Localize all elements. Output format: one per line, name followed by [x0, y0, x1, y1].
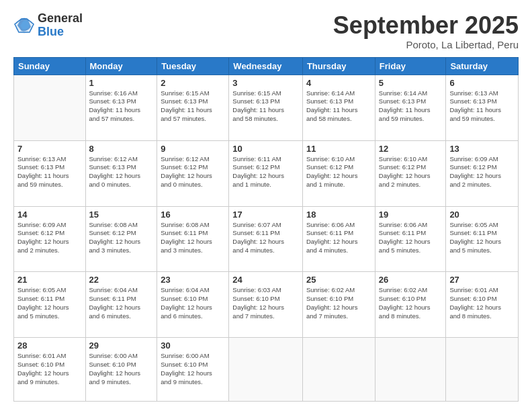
day-info: Sunrise: 6:08 AM Sunset: 6:12 PM Dayligh… — [89, 221, 154, 255]
day-info: Sunrise: 6:02 AM Sunset: 6:10 PM Dayligh… — [379, 286, 443, 320]
table-cell: 20Sunrise: 6:05 AM Sunset: 6:11 PM Dayli… — [446, 206, 519, 272]
table-cell: 3Sunrise: 6:15 AM Sunset: 6:13 PM Daylig… — [229, 75, 303, 140]
day-number: 11 — [306, 144, 371, 154]
table-cell: 13Sunrise: 6:09 AM Sunset: 6:12 PM Dayli… — [446, 140, 519, 206]
table-cell: 10Sunrise: 6:11 AM Sunset: 6:12 PM Dayli… — [229, 140, 303, 206]
day-number: 30 — [161, 340, 225, 351]
calendar: Sunday Monday Tuesday Wednesday Thursday… — [13, 57, 519, 402]
table-cell: 8Sunrise: 6:12 AM Sunset: 6:13 PM Daylig… — [85, 140, 157, 206]
day-info: Sunrise: 6:06 AM Sunset: 6:11 PM Dayligh… — [306, 221, 371, 255]
col-sunday: Sunday — [14, 57, 86, 75]
day-info: Sunrise: 6:02 AM Sunset: 6:10 PM Dayligh… — [306, 286, 371, 320]
day-number: 2 — [161, 78, 225, 88]
col-tuesday: Tuesday — [157, 57, 229, 75]
month-title: September 2025 — [333, 12, 519, 39]
col-saturday: Saturday — [446, 57, 519, 75]
logo-general-text: General — [38, 12, 83, 26]
logo-blue-text: Blue — [38, 26, 83, 39]
location: Poroto, La Libertad, Peru — [333, 39, 519, 50]
table-cell — [229, 338, 303, 402]
day-info: Sunrise: 6:14 AM Sunset: 6:13 PM Dayligh… — [306, 89, 371, 124]
day-number: 15 — [89, 210, 154, 220]
day-number: 9 — [161, 144, 225, 154]
day-info: Sunrise: 6:12 AM Sunset: 6:12 PM Dayligh… — [161, 155, 225, 189]
col-thursday: Thursday — [302, 57, 375, 75]
day-number: 14 — [17, 210, 82, 220]
day-info: Sunrise: 6:12 AM Sunset: 6:13 PM Dayligh… — [89, 155, 154, 189]
day-info: Sunrise: 6:16 AM Sunset: 6:13 PM Dayligh… — [89, 89, 154, 124]
table-cell: 2Sunrise: 6:15 AM Sunset: 6:13 PM Daylig… — [157, 75, 229, 140]
day-info: Sunrise: 6:07 AM Sunset: 6:11 PM Dayligh… — [232, 221, 299, 255]
day-number: 5 — [379, 78, 443, 88]
table-cell: 14Sunrise: 6:09 AM Sunset: 6:12 PM Dayli… — [14, 206, 86, 272]
table-cell: 16Sunrise: 6:08 AM Sunset: 6:11 PM Dayli… — [157, 206, 229, 272]
day-info: Sunrise: 6:09 AM Sunset: 6:12 PM Dayligh… — [17, 221, 82, 255]
page: General Blue September 2025 Poroto, La L… — [0, 0, 532, 411]
table-cell: 21Sunrise: 6:05 AM Sunset: 6:11 PM Dayli… — [14, 272, 86, 338]
day-number: 18 — [306, 210, 371, 220]
day-number: 20 — [449, 210, 515, 220]
table-cell: 15Sunrise: 6:08 AM Sunset: 6:12 PM Dayli… — [85, 206, 157, 272]
day-info: Sunrise: 6:11 AM Sunset: 6:12 PM Dayligh… — [232, 155, 299, 189]
day-info: Sunrise: 6:14 AM Sunset: 6:13 PM Dayligh… — [379, 89, 443, 124]
logo: General Blue — [13, 12, 83, 39]
col-friday: Friday — [375, 57, 446, 75]
day-info: Sunrise: 6:08 AM Sunset: 6:11 PM Dayligh… — [161, 221, 225, 255]
table-cell: 1Sunrise: 6:16 AM Sunset: 6:13 PM Daylig… — [85, 75, 157, 140]
day-number: 28 — [17, 340, 82, 351]
day-info: Sunrise: 6:15 AM Sunset: 6:13 PM Dayligh… — [232, 89, 299, 124]
day-number: 21 — [17, 275, 82, 285]
day-info: Sunrise: 6:13 AM Sunset: 6:13 PM Dayligh… — [17, 155, 82, 189]
table-cell — [302, 338, 375, 402]
col-monday: Monday — [85, 57, 157, 75]
table-cell: 29Sunrise: 6:00 AM Sunset: 6:10 PM Dayli… — [85, 338, 157, 402]
table-cell: 12Sunrise: 6:10 AM Sunset: 6:12 PM Dayli… — [375, 140, 446, 206]
day-info: Sunrise: 6:00 AM Sunset: 6:10 PM Dayligh… — [89, 352, 154, 386]
day-info: Sunrise: 6:03 AM Sunset: 6:10 PM Dayligh… — [232, 286, 299, 320]
day-info: Sunrise: 6:00 AM Sunset: 6:10 PM Dayligh… — [161, 352, 225, 386]
day-number: 1 — [89, 78, 154, 88]
table-cell: 11Sunrise: 6:10 AM Sunset: 6:12 PM Dayli… — [302, 140, 375, 206]
day-number: 8 — [89, 144, 154, 154]
day-number: 10 — [232, 144, 299, 154]
day-info: Sunrise: 6:05 AM Sunset: 6:11 PM Dayligh… — [17, 286, 82, 320]
day-number: 3 — [232, 78, 299, 88]
table-cell: 19Sunrise: 6:06 AM Sunset: 6:11 PM Dayli… — [375, 206, 446, 272]
day-info: Sunrise: 6:04 AM Sunset: 6:10 PM Dayligh… — [161, 286, 225, 320]
day-number: 6 — [449, 78, 515, 88]
table-cell: 26Sunrise: 6:02 AM Sunset: 6:10 PM Dayli… — [375, 272, 446, 338]
col-wednesday: Wednesday — [229, 57, 303, 75]
day-number: 27 — [449, 275, 515, 285]
day-info: Sunrise: 6:15 AM Sunset: 6:13 PM Dayligh… — [161, 89, 225, 124]
day-number: 4 — [306, 78, 371, 88]
day-info: Sunrise: 6:13 AM Sunset: 6:13 PM Dayligh… — [449, 89, 515, 124]
table-cell: 25Sunrise: 6:02 AM Sunset: 6:10 PM Dayli… — [302, 272, 375, 338]
day-number: 22 — [89, 275, 154, 285]
day-number: 16 — [161, 210, 225, 220]
day-info: Sunrise: 6:10 AM Sunset: 6:12 PM Dayligh… — [379, 155, 443, 189]
day-number: 29 — [89, 340, 154, 351]
day-info: Sunrise: 6:01 AM Sunset: 6:10 PM Dayligh… — [449, 286, 515, 320]
title-block: September 2025 Poroto, La Libertad, Peru — [333, 12, 519, 50]
table-cell: 28Sunrise: 6:01 AM Sunset: 6:10 PM Dayli… — [14, 338, 86, 402]
day-number: 13 — [449, 144, 515, 154]
calendar-header-row: Sunday Monday Tuesday Wednesday Thursday… — [14, 57, 519, 75]
table-cell: 17Sunrise: 6:07 AM Sunset: 6:11 PM Dayli… — [229, 206, 303, 272]
table-cell: 23Sunrise: 6:04 AM Sunset: 6:10 PM Dayli… — [157, 272, 229, 338]
table-cell: 7Sunrise: 6:13 AM Sunset: 6:13 PM Daylig… — [14, 140, 86, 206]
logo-text: General Blue — [38, 12, 83, 39]
table-cell — [14, 75, 86, 140]
table-cell: 6Sunrise: 6:13 AM Sunset: 6:13 PM Daylig… — [446, 75, 519, 140]
table-cell: 30Sunrise: 6:00 AM Sunset: 6:10 PM Dayli… — [157, 338, 229, 402]
table-cell: 18Sunrise: 6:06 AM Sunset: 6:11 PM Dayli… — [302, 206, 375, 272]
table-cell: 5Sunrise: 6:14 AM Sunset: 6:13 PM Daylig… — [375, 75, 446, 140]
day-number: 26 — [379, 275, 443, 285]
day-info: Sunrise: 6:06 AM Sunset: 6:11 PM Dayligh… — [379, 221, 443, 255]
day-info: Sunrise: 6:09 AM Sunset: 6:12 PM Dayligh… — [449, 155, 515, 189]
day-number: 17 — [232, 210, 299, 220]
table-cell — [375, 338, 446, 402]
table-cell: 9Sunrise: 6:12 AM Sunset: 6:12 PM Daylig… — [157, 140, 229, 206]
day-number: 19 — [379, 210, 443, 220]
day-info: Sunrise: 6:05 AM Sunset: 6:11 PM Dayligh… — [449, 221, 515, 255]
header: General Blue September 2025 Poroto, La L… — [13, 12, 519, 50]
